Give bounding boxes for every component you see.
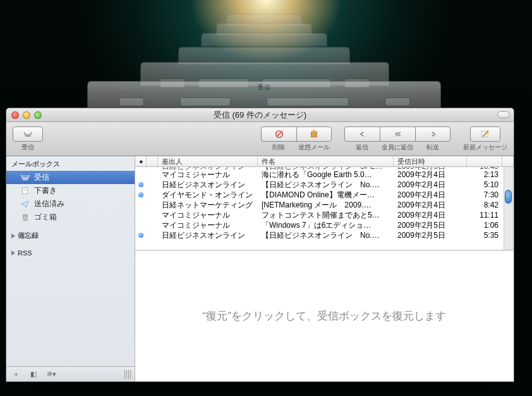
column-header-subject[interactable]: 件名 <box>258 156 394 166</box>
date-cell: 2009年2月5日 <box>394 220 467 231</box>
from-cell: 日経ネットマーケティング <box>158 200 258 211</box>
message-row[interactable]: 日経ビジネスオンライン【日経ビジネスオンライン No.…2009年2月5日5:3… <box>135 230 514 240</box>
column-header-status[interactable]: ● <box>135 156 147 166</box>
message-row[interactable]: マイコミジャーナルフォトコンテスト開催まであと5…2009年2月4日11:11 <box>135 210 514 220</box>
column-header-date[interactable]: 受信日時 <box>394 156 467 166</box>
message-row[interactable]: マイコミジャーナル「Windows 7」は6エディショ…2009年2月5日1:0… <box>135 220 514 230</box>
reply-all-button[interactable] <box>380 127 415 142</box>
date-cell: 2009年2月3日 <box>394 167 467 172</box>
restore-hint: “復元”をクリックして、受信ボックスを復元します <box>203 309 446 323</box>
resize-grip[interactable] <box>124 370 131 379</box>
column-header-corner <box>502 156 514 166</box>
sidebar-section-label: RSS <box>18 249 32 257</box>
trash-icon <box>20 213 30 221</box>
subject-cell: [NETMarketing メール 2009.… <box>258 200 394 211</box>
date-cell: 2009年2月4日 <box>394 180 467 190</box>
inbox-icon <box>20 173 30 182</box>
unread-dot-icon <box>138 233 143 238</box>
time-cell: 5:35 <box>467 231 502 240</box>
sidebar-item-drafts[interactable]: 下書き <box>6 184 135 197</box>
from-cell: 日経ビジネスオンライン <box>158 180 258 190</box>
message-row[interactable]: 日経ビジネスオンライン【日経ビジネスオンライン SPE…2009年2月3日16:… <box>135 167 514 170</box>
inbox-button[interactable] <box>13 127 43 142</box>
sidebar: メールボックス 受信 下書き 送信済み ゴミ箱 備忘録 <box>6 156 135 381</box>
unread-indicator <box>135 233 147 238</box>
unread-dot-icon <box>138 182 143 187</box>
junk-button[interactable] <box>296 127 332 142</box>
forward-label: 転送 <box>415 143 450 152</box>
reply-icon <box>358 129 368 139</box>
forward-button[interactable] <box>415 127 450 142</box>
sidebar-item-trash[interactable]: ゴミ箱 <box>6 211 135 224</box>
add-button[interactable]: ＋ <box>10 369 21 380</box>
compose-label: 新規メッセージ <box>463 143 507 152</box>
from-cell: マイコミジャーナル <box>158 210 258 221</box>
sidebar-footer: ＋ ◧ ✲▾ <box>6 366 135 381</box>
time-cell: 16:43 <box>467 167 502 171</box>
svg-rect-4 <box>22 187 27 194</box>
message-row[interactable]: ダイヤモンド・オンライン【DIAMOND Online】電機メー…2009年2月… <box>135 190 514 200</box>
column-header-from[interactable]: 差出人 <box>158 156 258 166</box>
mail-window: 受信 (69 件のメッセージ) 受信 削除 迷惑メール <box>6 108 514 382</box>
action-button[interactable]: ✲▾ <box>45 369 57 380</box>
drafts-icon <box>20 187 30 195</box>
activity-button[interactable]: ◧ <box>28 369 39 380</box>
column-header-attachment[interactable] <box>147 156 158 166</box>
column-headers: ● 差出人 件名 受信日時 <box>135 156 514 167</box>
time-cell: 1:06 <box>467 221 502 230</box>
subject-cell: 【日経ビジネスオンライン No.… <box>258 180 394 190</box>
unread-indicator <box>135 192 147 197</box>
subject-cell: 「Windows 7」は6エディショ… <box>258 220 394 231</box>
svg-rect-2 <box>311 132 317 137</box>
scrollbar[interactable] <box>504 167 513 250</box>
scroll-thumb[interactable] <box>505 190 512 204</box>
date-cell: 2009年2月4日 <box>394 210 467 221</box>
zoom-button[interactable] <box>34 111 42 119</box>
date-cell: 2009年2月4日 <box>394 190 467 201</box>
sidebar-item-sent[interactable]: 送信済み <box>6 197 135 211</box>
from-cell: マイコミジャーナル <box>158 220 258 231</box>
sent-icon <box>20 200 30 208</box>
reply-button[interactable] <box>344 127 380 142</box>
delete-icon <box>274 129 284 139</box>
plus-icon: ＋ <box>13 369 20 379</box>
sidebar-section-rss[interactable]: RSS <box>6 246 135 260</box>
junk-icon <box>309 129 319 139</box>
window-title: 受信 (69 件のメッセージ) <box>6 109 514 121</box>
from-cell: 日経ビジネスオンライン <box>158 230 258 241</box>
time-cell: 11:11 <box>467 211 502 220</box>
svg-point-7 <box>23 214 28 216</box>
sidebar-section-reminders[interactable]: 備忘録 <box>6 228 135 244</box>
disclosure-triangle-icon <box>11 251 15 256</box>
sidebar-item-inbox[interactable]: 受信 <box>6 171 135 184</box>
sidebar-item-label: 受信 <box>34 172 49 183</box>
titlebar[interactable]: 受信 (69 件のメッセージ) <box>6 108 514 122</box>
gear-icon: ✲▾ <box>47 370 56 378</box>
subject-cell: 【DIAMOND Online】電機メー… <box>258 190 394 201</box>
sidebar-item-label: 送信済み <box>34 199 64 209</box>
toolbar: 受信 削除 迷惑メール <box>6 122 514 156</box>
delete-button[interactable] <box>261 127 296 142</box>
inbox-icon <box>23 129 33 139</box>
subject-cell: 【日経ビジネスオンライン SPE… <box>258 167 394 172</box>
time-cell: 7:30 <box>467 190 502 199</box>
close-button[interactable] <box>11 111 19 119</box>
from-cell: 日経ビジネスオンライン <box>158 167 258 172</box>
inbox-label: 受信 <box>21 143 34 152</box>
reply-label: 返信 <box>344 143 380 152</box>
content-area: ● 差出人 件名 受信日時 日経ビジネスオンライン【日経ビジネスオンライン SP… <box>135 156 514 381</box>
message-row[interactable]: 日経ネットマーケティング[NETMarketing メール 2009.…2009… <box>135 200 514 210</box>
compose-button[interactable] <box>470 127 500 142</box>
minimize-button[interactable] <box>23 111 30 119</box>
reply-all-label: 全員に返信 <box>380 143 415 152</box>
sidebar-item-label: 下書き <box>34 185 57 196</box>
message-row[interactable]: 日経ビジネスオンライン【日経ビジネスオンライン No.…2009年2月4日5:1… <box>135 180 514 190</box>
unread-indicator <box>135 182 147 187</box>
compose-icon <box>480 129 490 139</box>
toolbar-toggle-button[interactable] <box>497 111 510 118</box>
time-cell: 8:42 <box>467 201 502 209</box>
junk-label: 迷惑メール <box>296 143 332 152</box>
message-list[interactable]: 日経ビジネスオンライン【日経ビジネスオンライン SPE…2009年2月3日16:… <box>135 167 514 251</box>
column-header-time[interactable] <box>467 156 502 166</box>
date-cell: 2009年2月5日 <box>394 230 467 241</box>
